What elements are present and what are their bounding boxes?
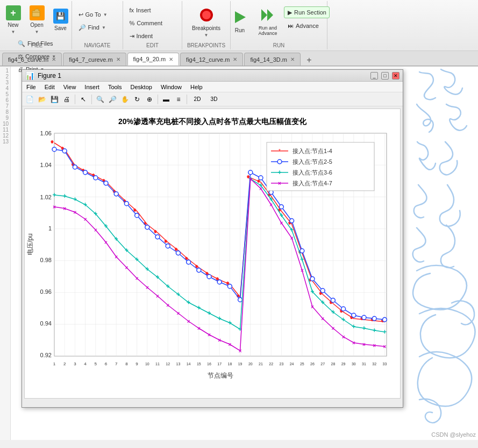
indent-button[interactable]: ⇥ Indent [126, 30, 180, 42]
svg-text:×: × [321, 316, 324, 322]
svg-text:20: 20 [248, 362, 253, 366]
figure-menu-insert[interactable]: Insert [82, 84, 102, 90]
svg-text:18: 18 [228, 362, 232, 366]
tab-fig4-7[interactable]: fig4_7_cureve.m ✕ [63, 53, 126, 66]
run-advance-icon [259, 6, 276, 24]
svg-text:×: × [228, 342, 231, 348]
fig-open-btn[interactable]: 📂 [37, 94, 47, 105]
advance-button[interactable]: ⏭ Advance [284, 20, 330, 32]
save-label: Save [54, 25, 67, 31]
svg-text:×: × [290, 235, 294, 241]
svg-text:6: 6 [105, 362, 108, 366]
x-axis-label: 节点编号 [208, 372, 233, 379]
figure-menu-desktop[interactable]: Desktop [129, 84, 154, 90]
figure-window: 📊 Figure 1 _ □ ✕ File Edit View Insert T… [22, 69, 403, 408]
figure-menu-edit[interactable]: Edit [42, 84, 57, 90]
indent-icon: ⇥ [130, 33, 134, 40]
edit-group-label: EDIT [123, 42, 182, 48]
fig-new-btn[interactable]: 📄 [24, 94, 35, 105]
navigate-group-label: NAVIGATE [72, 42, 123, 48]
tab-fig4-12-close[interactable]: ✕ [233, 56, 237, 62]
compare-button[interactable]: ⚖ Compare ▼ [14, 50, 60, 62]
run-advance-button[interactable]: Run and Advance [254, 4, 282, 38]
run-label: Run [235, 27, 245, 33]
fig-zoom-in-btn[interactable]: 🔍 [95, 94, 105, 105]
svg-text:16: 16 [207, 362, 211, 366]
find-icon: 🔎 [79, 24, 86, 31]
tab-fig4-12[interactable]: fig4_12_curve.m ✕ [180, 53, 243, 66]
svg-text:1: 1 [53, 362, 56, 366]
fig-cursor-btn[interactable]: ↖ [78, 94, 89, 105]
svg-point-103 [166, 244, 170, 248]
svg-text:+: + [135, 256, 139, 263]
svg-point-112 [259, 176, 263, 180]
navigate-group: ↩ Go To ▼ 🔎 Find ▼ NAVIGATE [72, 1, 123, 49]
svg-text:×: × [84, 216, 87, 222]
figure-menu-view[interactable]: View [61, 84, 79, 90]
svg-point-118 [320, 288, 325, 293]
line-1: 1 [0, 68, 9, 74]
svg-text:19: 19 [238, 362, 242, 366]
open-button[interactable]: Open ▼ [26, 3, 48, 37]
svg-text:电压/pu: 电压/pu [26, 234, 34, 256]
svg-text:25: 25 [300, 362, 304, 366]
figure-menu-tools[interactable]: Tools [106, 84, 124, 90]
fig-3d-btn[interactable]: 3D [206, 94, 222, 105]
fig-datacursor-btn[interactable]: ⊕ [144, 94, 155, 105]
tab-fig4-9-close[interactable]: ✕ [169, 56, 173, 62]
svg-point-122 [362, 315, 366, 320]
figure-close-button[interactable]: ✕ [392, 72, 399, 80]
add-tab-button[interactable]: + [304, 55, 315, 66]
fig-2d-btn[interactable]: 2D [190, 94, 205, 105]
run-section-button[interactable]: ▶ Run Section [284, 6, 330, 18]
svg-text:22: 22 [269, 362, 273, 366]
breakpoints-button[interactable]: Breakpoints ▼ [192, 5, 220, 39]
new-button[interactable]: + New ▼ [2, 3, 25, 37]
figure-minimize-button[interactable]: _ [370, 72, 378, 80]
svg-text:12: 12 [166, 362, 170, 366]
line-6: 6 [0, 97, 9, 103]
fig-rotate-btn[interactable]: ↻ [132, 94, 142, 105]
goto-button[interactable]: ↩ Go To ▼ [75, 9, 120, 20]
svg-text:2: 2 [63, 362, 66, 366]
fig-pan-btn[interactable]: ✋ [119, 94, 130, 105]
svg-text:31: 31 [362, 362, 366, 366]
figure-toolbar: 📄 📂 💾 🖨 ↖ 🔍 🔎 ✋ ↻ ⊕ ▬ ≡ 2D 3D [22, 92, 403, 106]
svg-point-119 [331, 298, 335, 302]
figure-maximize-button[interactable]: □ [381, 72, 389, 80]
svg-point-123 [372, 316, 376, 321]
svg-text:+: + [280, 212, 283, 219]
tab-fig4-9[interactable]: fig4_9_20.m ✕ [127, 53, 180, 66]
svg-text:0.98: 0.98 [40, 257, 52, 263]
legend-item-1: 接入点:节点1-4 [292, 148, 332, 154]
new-dropdown-arrow: ▼ [11, 30, 16, 34]
find-button[interactable]: 🔎 Find ▼ [75, 21, 120, 33]
save-button[interactable]: 💾 Save [49, 3, 72, 37]
tab-fig4-7-close[interactable]: ✕ [116, 56, 120, 62]
svg-point-124 [382, 317, 387, 322]
insert-button[interactable]: fx Insert [126, 4, 180, 16]
svg-text:×: × [156, 293, 159, 299]
breakpoints-label: Breakpoints [192, 25, 220, 31]
fig-insert-legend-btn[interactable]: ≡ [173, 94, 184, 105]
content-area: 📊 Figure 1 _ □ ✕ File Edit View Insert T… [11, 67, 478, 440]
svg-text:1.06: 1.06 [40, 130, 52, 136]
svg-text:+: + [187, 299, 190, 306]
svg-text:0.94: 0.94 [40, 320, 52, 327]
figure-menu-file[interactable]: File [24, 84, 38, 90]
figure-menu-help[interactable]: Help [188, 84, 205, 90]
tab-fig4-14[interactable]: fig4_14_3D.m ✕ [244, 53, 301, 66]
figure-menu-window[interactable]: Window [159, 84, 184, 90]
comment-button[interactable]: % Comment [126, 17, 180, 29]
file-row-top: + New ▼ Open ▼ 💾 Save [2, 3, 72, 37]
fig-save-btn[interactable]: 💾 [49, 94, 60, 105]
run-button[interactable]: Run [228, 4, 252, 38]
svg-text:0.96: 0.96 [40, 288, 52, 295]
fig-insert-colorbar-btn[interactable]: ▬ [161, 94, 172, 105]
fig-print-btn[interactable]: 🖨 [61, 94, 72, 105]
fig-zoom-out-btn[interactable]: 🔎 [107, 94, 118, 105]
file-group-label: FILE [2, 42, 72, 48]
svg-text:20%渗透率充电桩不同接入点时各节点最大电压幅值变化: 20%渗透率充电桩不同接入点时各节点最大电压幅值变化 [118, 117, 307, 126]
svg-point-110 [238, 298, 242, 302]
tab-fig4-14-close[interactable]: ✕ [290, 56, 295, 62]
